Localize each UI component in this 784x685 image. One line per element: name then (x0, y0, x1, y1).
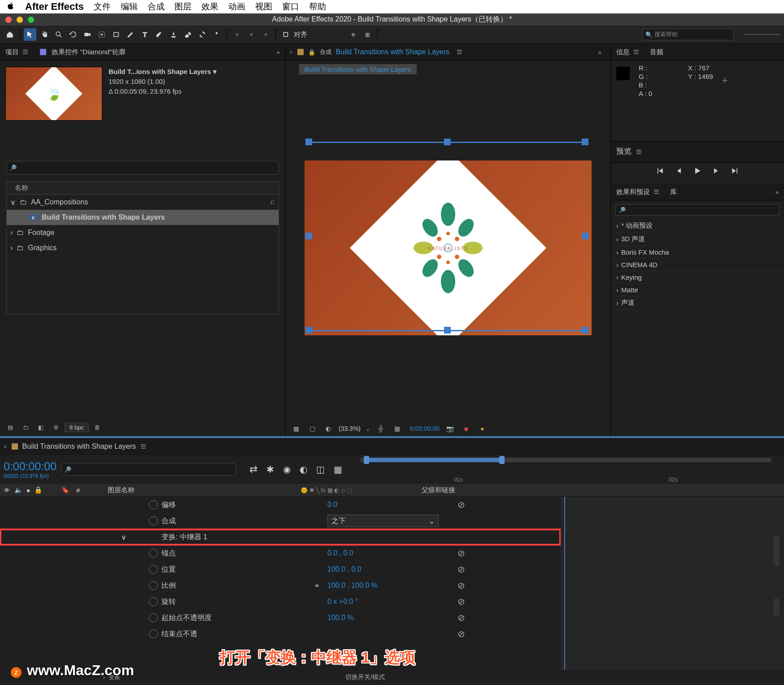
interpret-icon[interactable]: ▤ (4, 421, 17, 433)
speaker-icon[interactable]: 🔈 (13, 486, 23, 494)
property-row[interactable]: 结束点不透⊘ (0, 626, 561, 642)
solo-icon[interactable]: ● (23, 486, 33, 494)
folder-row[interactable]: ∨ 🗀 AA_Compositions ⎌ (7, 195, 279, 210)
fullscreen-icon[interactable] (28, 17, 34, 23)
parent-pickwhip-icon[interactable]: ⊘ (457, 612, 465, 623)
parent-pickwhip-icon[interactable]: ⊘ (457, 596, 465, 607)
tab-preview[interactable]: 预览 (616, 146, 632, 158)
property-row[interactable]: 合成之下⌄ (0, 513, 561, 529)
first-frame-icon[interactable] (655, 166, 664, 177)
next-frame-icon[interactable] (712, 166, 721, 177)
selection-tool[interactable] (24, 28, 36, 41)
comp-thumbnail[interactable]: 🍃 (5, 67, 102, 121)
index-col[interactable]: # (76, 486, 90, 494)
eye-icon[interactable]: 👁 (0, 486, 13, 494)
parent-pickwhip-icon[interactable]: ⊘ (457, 580, 465, 591)
stopwatch-icon[interactable] (149, 516, 158, 525)
tab-effects-presets[interactable]: 效果和预设≡ (611, 186, 665, 198)
selection-handle[interactable] (582, 327, 588, 334)
menu-help[interactable]: 帮助 (309, 1, 326, 13)
label-col-icon[interactable]: 🔖 (61, 486, 76, 494)
stopwatch-icon[interactable] (149, 613, 158, 622)
property-row[interactable]: 位置100.0 , 0.0⊘ (0, 561, 561, 577)
expand-icon[interactable]: › (10, 229, 13, 237)
brain-icon[interactable]: ▦ (334, 464, 342, 475)
hand-tool[interactable] (38, 28, 51, 41)
snapshot-icon[interactable]: 📷 (444, 424, 456, 434)
minimize-icon[interactable] (17, 17, 23, 23)
parent-pickwhip-icon[interactable]: ⊘ (457, 499, 465, 510)
grid-settings-icon[interactable]: ⊞ (361, 28, 374, 41)
stopwatch-icon[interactable] (149, 500, 158, 509)
snap-settings-icon[interactable]: ⚹ (347, 28, 359, 41)
menu-file[interactable]: 文件 (94, 1, 111, 13)
parent-pickwhip-icon[interactable]: ⊘ (457, 548, 465, 559)
res-icon[interactable]: ▦ (290, 424, 302, 434)
link-icon[interactable]: ⚭ (314, 581, 320, 590)
property-row[interactable]: 锚点0.0 , 0.0⊘ (0, 545, 561, 561)
tab-audio[interactable]: 音频 (645, 48, 669, 56)
time-ruler[interactable]: 01s 02s (351, 455, 780, 484)
selection-handle[interactable] (444, 327, 451, 334)
zoom-dropdown[interactable]: (33.3%) (339, 425, 361, 432)
channel-icon[interactable]: ◆ (460, 424, 472, 434)
property-value[interactable]: 0.0 , 0.0 (327, 549, 353, 557)
expand-icon[interactable]: ∨ (10, 198, 16, 207)
property-value[interactable]: 100.0 % (327, 614, 354, 622)
roto-tool[interactable] (196, 28, 209, 41)
tab-menu-icon[interactable]: ≡ (457, 46, 462, 58)
clone-tool[interactable] (167, 28, 180, 41)
effects-category[interactable]: ›3D 声道 (611, 233, 784, 246)
property-value[interactable]: 100.0 , 0.0 (327, 565, 362, 573)
eraser-tool[interactable] (182, 28, 194, 41)
expand-icon[interactable]: › (10, 244, 13, 252)
timeline-search-input[interactable]: 🔎 (61, 463, 236, 476)
menu-view[interactable]: 视图 (255, 1, 272, 13)
current-time[interactable]: 0:00:00:00 (410, 425, 440, 432)
frame-blend-icon[interactable]: ◉ (283, 464, 291, 475)
project-column-header[interactable]: 名称 (6, 182, 279, 194)
region-icon[interactable]: ╬ (375, 424, 387, 434)
brush-tool[interactable] (153, 28, 166, 41)
new-folder-icon[interactable]: 🗀 (19, 421, 32, 433)
tab-menu-icon[interactable]: ≡ (140, 441, 146, 452)
menu-anim[interactable]: 动画 (228, 1, 245, 13)
property-row[interactable]: ∨变换: 中继器 1 (0, 529, 561, 545)
trash-icon[interactable]: 🗑 (91, 421, 104, 433)
workarea-start-handle[interactable] (364, 456, 369, 464)
playhead[interactable] (564, 497, 565, 670)
effects-category[interactable]: ›CINEMA 4D (611, 259, 784, 271)
project-search-input[interactable]: 🔎 (6, 161, 279, 174)
selection-handle[interactable] (582, 139, 588, 145)
stopwatch-icon[interactable] (149, 597, 158, 606)
effects-category[interactable]: ›* 动画预设 (611, 219, 784, 233)
effects-category[interactable]: ›声道 (611, 296, 784, 310)
switch-mode-toggle[interactable]: 切换开关/模式 (345, 673, 385, 681)
menu-window[interactable]: 窗口 (282, 1, 299, 13)
snap-icon[interactable] (279, 28, 292, 41)
mask-icon[interactable]: ◐ (322, 424, 334, 434)
puppet-tool[interactable] (210, 28, 223, 41)
property-row[interactable]: 偏移0.0⊘ (0, 497, 561, 513)
property-value[interactable]: 0.0 (327, 501, 337, 509)
lock-col-icon[interactable]: 🔒 (33, 486, 43, 494)
new-comp-icon[interactable]: ◧ (34, 421, 48, 433)
menu-effect[interactable]: 效果 (201, 1, 218, 13)
expand-icon[interactable]: » (593, 49, 607, 56)
apple-icon[interactable] (6, 1, 15, 13)
tab-library[interactable]: 库 (665, 188, 682, 196)
selection-handle[interactable] (582, 233, 588, 239)
composite-dropdown[interactable]: 之下⌄ (327, 515, 439, 527)
property-row[interactable]: 起始点不透明度100.0 %⊘ (0, 610, 561, 626)
shy-icon[interactable]: ✱ (266, 464, 274, 475)
effects-category[interactable]: ›Boris FX Mocha (611, 246, 784, 259)
type-tool[interactable] (139, 28, 151, 41)
stopwatch-icon[interactable] (149, 565, 158, 574)
folder-row[interactable]: › 🗀 Graphics (7, 240, 279, 256)
close-icon[interactable] (5, 17, 12, 23)
anchor-tool[interactable] (96, 28, 108, 41)
last-frame-icon[interactable] (731, 166, 740, 177)
property-row[interactable]: 旋转0 x +0.0 °⊘ (0, 594, 561, 610)
prev-frame-icon[interactable] (674, 166, 683, 177)
stopwatch-icon[interactable] (149, 581, 158, 590)
